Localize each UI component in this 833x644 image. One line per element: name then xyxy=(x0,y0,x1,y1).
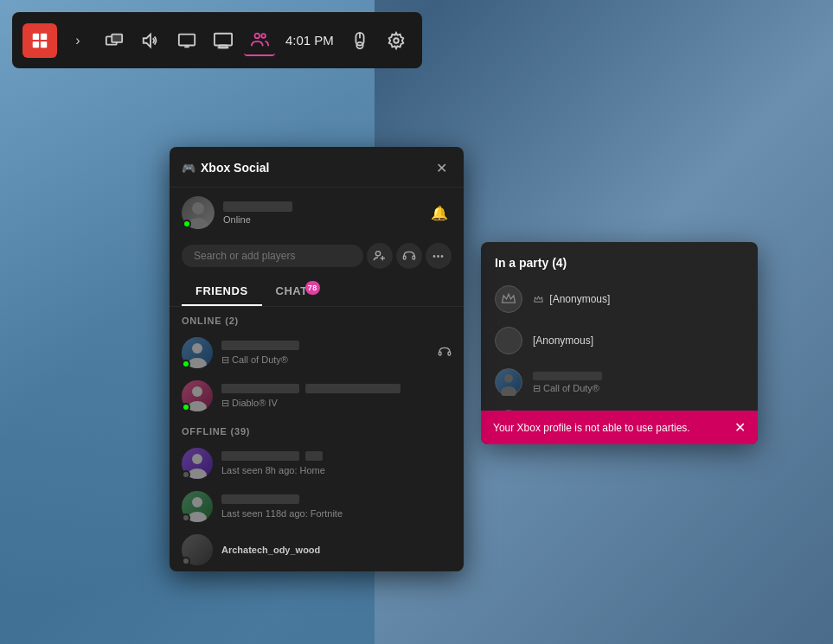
panel-title: Xbox Social xyxy=(201,161,269,175)
xbox-social-panel: 🎮 Xbox Social ✕ xyxy=(170,147,464,571)
friend-left-offline-1: Last seen 8h ago: Home xyxy=(182,448,325,479)
tabs-row: FRIENDS CHAT 78 xyxy=(170,277,464,307)
friend-info-offline-3: Archatech_ody_wood xyxy=(221,544,320,556)
volume-icon[interactable] xyxy=(135,25,166,56)
friend-name-offline-3: Archatech_ody_wood xyxy=(221,544,320,556)
chevron-right-icon[interactable]: › xyxy=(62,25,93,56)
tab-friends[interactable]: FRIENDS xyxy=(182,277,262,306)
svg-point-14 xyxy=(261,34,266,38)
party-member-name-3b xyxy=(533,371,602,383)
friend-avatar-offline-3 xyxy=(182,534,213,565)
friend-info-offline-2: Last seen 118d ago: Fortnite xyxy=(221,494,343,519)
profile-row: Online 🔔 xyxy=(170,188,464,238)
friend-sub-2: ⊟ Diablo® IV xyxy=(221,398,400,409)
svg-point-30 xyxy=(192,386,202,397)
svg-rect-0 xyxy=(33,33,39,39)
multi-window-icon[interactable] xyxy=(99,25,130,56)
headset-button[interactable] xyxy=(396,243,422,269)
name-redacted-2b xyxy=(305,384,400,393)
svg-point-32 xyxy=(192,454,202,464)
user-avatar-wrap xyxy=(182,196,215,229)
svg-rect-1 xyxy=(41,33,47,39)
monitor-icon[interactable] xyxy=(208,25,239,56)
mouse-icon[interactable] xyxy=(344,25,375,56)
profile-name-redacted xyxy=(223,201,292,212)
svg-rect-10 xyxy=(215,33,232,45)
svg-rect-5 xyxy=(112,34,122,41)
notification-close-button[interactable]: ✕ xyxy=(734,419,746,436)
close-button[interactable]: ✕ xyxy=(431,157,452,178)
friend-name-2 xyxy=(221,384,400,396)
friend-row-offline-2[interactable]: Last seen 118d ago: Fortnite xyxy=(170,485,464,528)
game-icon-1: ⊟ xyxy=(221,354,229,366)
svg-point-18 xyxy=(394,38,399,43)
friend-avatar-offline-2 xyxy=(182,491,213,522)
profile-name xyxy=(223,201,292,214)
more-options-button[interactable]: ••• xyxy=(426,243,452,269)
friend-name-1 xyxy=(221,341,299,353)
friend-row-online-1[interactable]: ⊟ Call of Duty® xyxy=(170,331,464,374)
friend-left-offline-2: Last seen 118d ago: Fortnite xyxy=(182,491,343,522)
party-avatar-2 xyxy=(495,327,522,354)
friend-row-offline-1[interactable]: Last seen 8h ago: Home xyxy=(170,442,464,485)
friend-sub-1: ⊟ Call of Duty® xyxy=(221,354,299,366)
friend-row-online-2[interactable]: ⊟ Diablo® IV xyxy=(170,374,464,418)
friend-avatar-1 xyxy=(182,337,213,368)
friend-row-offline-3[interactable]: Archatech_ody_wood xyxy=(170,528,464,571)
friend-offline-dot-2 xyxy=(182,513,190,522)
notification-button[interactable]: 🔔 xyxy=(427,201,452,225)
friend-avatar-2 xyxy=(182,380,213,411)
game-icon-2: ⊟ xyxy=(221,398,229,409)
friend-name-offline-1 xyxy=(221,451,325,463)
settings-icon[interactable] xyxy=(381,25,412,56)
svg-rect-29 xyxy=(448,352,451,355)
name-redacted-offline-1 xyxy=(221,451,299,461)
party-member-name-2: [Anonymous] xyxy=(533,335,593,347)
svg-marker-6 xyxy=(144,34,151,47)
party-member-3[interactable]: ⊟ Call of Duty® xyxy=(481,361,758,403)
friend-online-dot-1 xyxy=(182,360,190,368)
friends-content: ONLINE (2) xyxy=(170,307,464,571)
friend-offline-dot-3 xyxy=(182,557,190,565)
svg-rect-28 xyxy=(439,352,441,355)
panel-header: 🎮 Xbox Social ✕ xyxy=(170,147,464,188)
party-member-2[interactable]: [Anonymous] xyxy=(481,320,758,361)
svg-point-26 xyxy=(192,343,202,354)
party-title: In a party (4) xyxy=(495,256,744,270)
profile-status: Online xyxy=(223,214,292,225)
svg-point-37 xyxy=(501,386,516,396)
notification-text: Your Xbox profile is not able to use par… xyxy=(493,422,690,434)
name-redacted-1 xyxy=(221,341,299,350)
svg-rect-2 xyxy=(33,41,39,47)
party-panel: In a party (4) [Anonymous] [Anonymous] xyxy=(481,242,758,444)
friend-name-offline-2 xyxy=(221,494,343,507)
search-input[interactable] xyxy=(194,250,351,262)
taskbar: › 4:01 PM xyxy=(12,12,422,68)
tab-chat[interactable]: CHAT 78 xyxy=(262,277,322,306)
name-redacted-2 xyxy=(221,384,299,393)
friend-left: ⊟ Call of Duty® xyxy=(182,337,299,368)
svg-rect-24 xyxy=(403,256,406,259)
svg-point-27 xyxy=(188,358,207,368)
friend-offline-dot-1 xyxy=(182,470,190,479)
party-member-info-1: [Anonymous] xyxy=(533,293,610,305)
svg-point-31 xyxy=(188,401,207,411)
party-member-info-3: ⊟ Call of Duty® xyxy=(533,371,602,394)
friend-online-dot-2 xyxy=(182,403,190,411)
display-icon[interactable] xyxy=(171,25,202,56)
party-member-sub-3: ⊟ Call of Duty® xyxy=(533,383,602,394)
profile-info: Online xyxy=(223,201,292,225)
svg-point-35 xyxy=(188,512,207,522)
party-avatar-3 xyxy=(495,368,522,396)
icon-indicator xyxy=(305,451,323,461)
people-icon[interactable] xyxy=(244,25,275,56)
friend-info-1: ⊟ Call of Duty® xyxy=(221,341,299,366)
svg-point-13 xyxy=(255,33,260,38)
add-friend-button[interactable] xyxy=(367,243,393,269)
party-member-1[interactable]: [Anonymous] xyxy=(481,278,758,320)
app-icon[interactable] xyxy=(22,23,57,58)
taskbar-time: 4:01 PM xyxy=(285,33,334,48)
search-input-wrap xyxy=(182,245,363,267)
game-icon-party3: ⊟ xyxy=(533,383,541,394)
online-indicator xyxy=(183,220,191,228)
